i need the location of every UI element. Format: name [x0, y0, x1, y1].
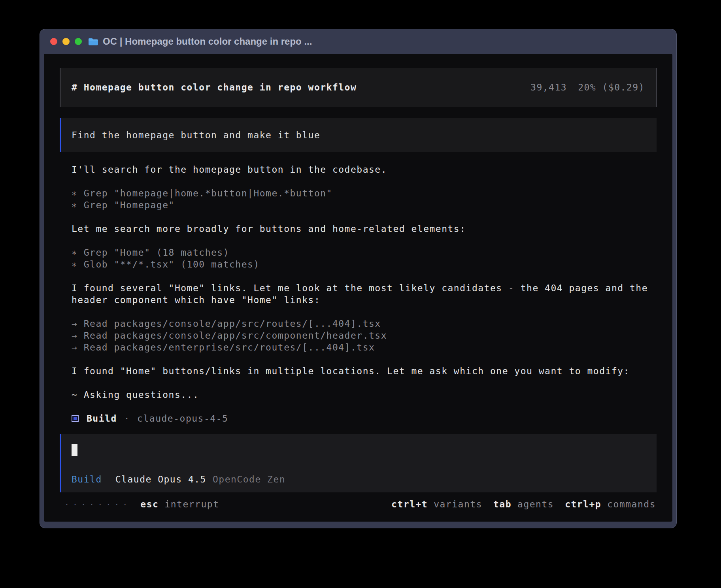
- prompt-input[interactable]: Build Claude Opus 4.5 OpenCode Zen: [60, 434, 657, 492]
- agent-name: Build: [87, 413, 117, 424]
- context-usage-cost: 20% ($0.29): [578, 81, 645, 93]
- terminal-view: # Homepage button color change in repo w…: [44, 54, 672, 522]
- shortcut-key: tab: [493, 498, 511, 510]
- fullscreen-window-button[interactable]: [75, 38, 82, 45]
- user-message-text: Find the homepage button and make it blu…: [72, 129, 320, 141]
- working-status: ~ Asking questions...: [72, 389, 657, 401]
- shortcut-key: ctrl+t: [391, 498, 428, 510]
- window-titlebar[interactable]: OC | Homepage button color change in rep…: [44, 29, 672, 54]
- input-mode-label: Build: [72, 473, 102, 485]
- tool-call-read: → Read packages/console/app/src/componen…: [72, 330, 657, 341]
- shortcut-agents: tab agents: [493, 498, 554, 510]
- minimize-window-button[interactable]: [62, 38, 70, 45]
- shortcut-label: commands: [607, 498, 656, 510]
- tool-call-read: → Read packages/enterprise/src/routes/[.…: [72, 341, 657, 353]
- text-cursor: [72, 444, 77, 456]
- shortcut-commands: ctrl+p commands: [565, 498, 656, 510]
- window-title: OC | Homepage button color change in rep…: [103, 36, 312, 47]
- tool-call-grep: ∗ Grep "Homepage": [72, 199, 657, 211]
- agent-model-row: Build · claude-opus-4-5: [72, 413, 657, 424]
- user-message: Find the homepage button and make it blu…: [60, 118, 657, 152]
- conversation-transcript: I'll search for the homepage button in t…: [60, 164, 657, 424]
- session-title: # Homepage button color change in repo w…: [72, 81, 357, 93]
- folder-icon: [88, 38, 98, 46]
- shortcut-label: interrupt: [164, 498, 219, 510]
- close-window-button[interactable]: [50, 38, 57, 45]
- agent-model: claude-opus-4-5: [137, 413, 228, 424]
- input-provider-label: OpenCode Zen: [213, 473, 285, 485]
- assistant-text: Let me search more broadly for buttons a…: [72, 223, 657, 235]
- shortcut-label: variants: [434, 498, 482, 510]
- input-model-label: Claude Opus 4.5: [115, 473, 206, 485]
- spinner-dots: ········: [64, 498, 131, 510]
- assistant-text: I'll search for the homepage button in t…: [72, 164, 657, 175]
- traffic-lights: [44, 38, 82, 45]
- shortcut-label: agents: [517, 498, 554, 510]
- session-header: # Homepage button color change in repo w…: [60, 68, 657, 107]
- status-bar: ········ esc interrupt ctrl+t variants t…: [60, 492, 657, 522]
- terminal-window: OC | Homepage button color change in rep…: [40, 29, 677, 528]
- tool-call-read: → Read packages/console/app/src/routes/[…: [72, 318, 657, 330]
- tool-call-grep: ∗ Grep "homepage|home.*button|Home.*butt…: [72, 187, 657, 199]
- token-count: 39,413: [530, 81, 567, 93]
- shortcut-variants: ctrl+t variants: [391, 498, 482, 510]
- tool-call-grep: ∗ Grep "Home" (18 matches): [72, 247, 657, 258]
- assistant-text: I found "Home" buttons/links in multiple…: [72, 365, 657, 377]
- tool-call-glob: ∗ Glob "**/*.tsx" (100 matches): [72, 258, 657, 270]
- shortcut-key: esc: [140, 498, 159, 510]
- dot-separator: ·: [124, 413, 130, 424]
- shortcut-esc: esc interrupt: [140, 498, 219, 510]
- assistant-text: I found several "Home" links. Let me loo…: [72, 282, 657, 306]
- agent-icon: [72, 415, 79, 422]
- shortcut-key: ctrl+p: [565, 498, 601, 510]
